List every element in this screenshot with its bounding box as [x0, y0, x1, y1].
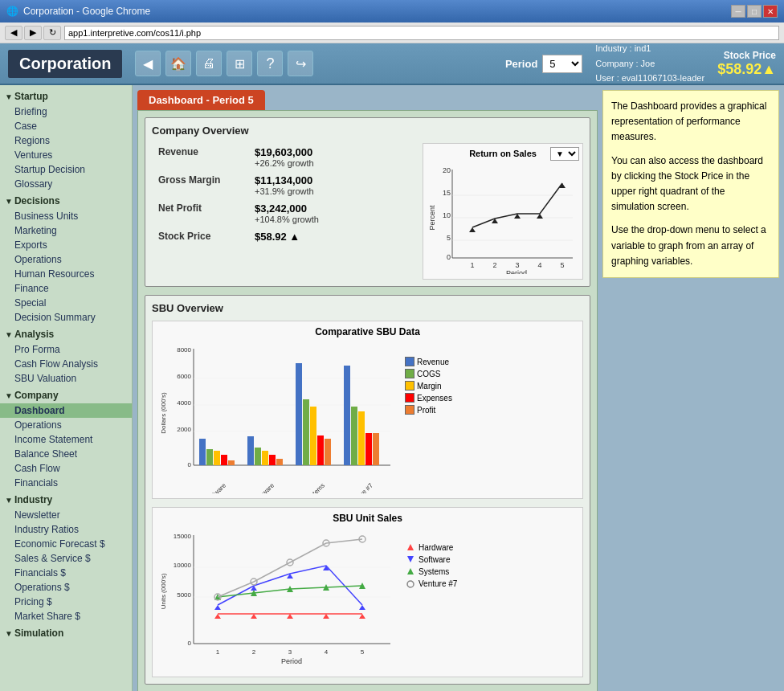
sidebar-section-startup[interactable]: ▼ Startup: [0, 88, 132, 104]
close-button[interactable]: ✕: [763, 5, 778, 18]
sidebar-section-simulation[interactable]: ▼ Simulation: [0, 625, 132, 641]
sidebar-item-market-share-dollar[interactable]: Market Share $: [0, 609, 132, 624]
sidebar-item-income-statement[interactable]: Income Statement: [0, 432, 132, 447]
sidebar-item-sales-service[interactable]: Sales & Service $: [0, 551, 132, 566]
dashboard-body: Company Overview Revenue $19,603,000 +26…: [137, 110, 598, 691]
legend-systems-line: Systems: [405, 567, 457, 576]
svg-text:3: 3: [515, 261, 519, 269]
metric-gross-margin-value: $11,134,000 +31.9% growth: [248, 171, 414, 199]
sidebar-item-regions[interactable]: Regions: [0, 133, 132, 148]
svg-text:8000: 8000: [177, 346, 191, 354]
sidebar-item-glossary[interactable]: Glossary: [0, 177, 132, 191]
sidebar-item-company-operations[interactable]: Operations: [0, 418, 132, 432]
metric-stock-price-label: Stock Price: [152, 227, 248, 246]
metric-row-net-profit: Net Profit $3,242,000 +104.8% growth: [152, 199, 414, 227]
gross-margin-growth: +31.9% growth: [255, 186, 408, 196]
svg-text:10: 10: [443, 211, 451, 219]
stock-price-area: Stock Price $58.92▲: [717, 50, 776, 78]
sidebar-item-ventures[interactable]: Ventures: [0, 148, 132, 162]
sidebar-item-industry-ratios[interactable]: Industry Ratios: [0, 522, 132, 537]
sidebar-item-pro-forma[interactable]: Pro Forma: [0, 342, 132, 357]
minimize-button[interactable]: ─: [731, 5, 745, 18]
svg-text:0: 0: [188, 461, 192, 468]
user-info: User : eval11067103-leader: [595, 71, 704, 86]
svg-text:5000: 5000: [177, 591, 191, 599]
sidebar-item-marketing[interactable]: Marketing: [0, 223, 132, 238]
address-input[interactable]: [64, 26, 779, 40]
startup-label: Startup: [14, 91, 48, 102]
exit-icon[interactable]: ↪: [288, 51, 313, 76]
metric-row-stock-price: Stock Price $58.92 ▲: [152, 227, 414, 246]
svg-marker-87: [407, 544, 414, 550]
sidebar-item-briefing[interactable]: Briefing: [0, 104, 132, 119]
sidebar-item-decision-summary[interactable]: Decision Summary: [0, 310, 132, 325]
sidebar-item-economic-forecast[interactable]: Economic Forecast $: [0, 537, 132, 551]
sidebar-item-operations-dollar[interactable]: Operations $: [0, 580, 132, 595]
sbu-overview-section: SBU Overview Comparative SBU Data 8000 6…: [145, 295, 590, 685]
refresh-button[interactable]: ↻: [43, 26, 61, 40]
sidebar-section-analysis[interactable]: ▼ Analysis: [0, 326, 132, 342]
app-topbar: Corporation ◀ 🏠 🖨 ⊞ ? ↪ Period 5 Industr…: [0, 43, 784, 85]
stock-price-amount: $58.92 ▲: [255, 231, 408, 243]
sidebar-item-dashboard[interactable]: Dashboard: [0, 403, 132, 418]
svg-rect-36: [221, 455, 227, 465]
window-icon: 🌐: [6, 6, 18, 17]
svg-rect-42: [276, 459, 283, 465]
bar-chart-svg: 8000 6000 4000 2000 0 Dollars (000's): [157, 341, 398, 493]
maximize-button[interactable]: □: [747, 5, 762, 18]
metrics-area: Revenue $19,603,000 +26.2% growth Gross …: [152, 143, 414, 280]
sidebar-section-industry[interactable]: ▼ Industry: [0, 492, 132, 508]
legend-hardware-line: Hardware: [405, 543, 457, 552]
sidebar-item-financials-dollar[interactable]: Financials $: [0, 566, 132, 580]
content-area: Dashboard - Period 5 Company Overview Re…: [133, 85, 602, 691]
sidebar-item-startup-decision[interactable]: Startup Decision: [0, 162, 132, 177]
sidebar-item-human-resources[interactable]: Human Resources: [0, 267, 132, 281]
window-controls: ─ □ ✕: [731, 5, 778, 18]
sidebar-item-exports[interactable]: Exports: [0, 238, 132, 252]
help-icon[interactable]: ?: [257, 51, 283, 76]
sidebar-item-business-units[interactable]: Business Units: [0, 209, 132, 223]
company-arrow: ▼: [5, 391, 13, 400]
legend-expenses: Expenses: [405, 393, 452, 403]
sidebar-item-special[interactable]: Special: [0, 296, 132, 310]
sidebar-section-company[interactable]: ▼ Company: [0, 387, 132, 403]
svg-rect-45: [310, 407, 316, 465]
back-button[interactable]: ◀: [5, 26, 22, 40]
revenue-amount: $19,603,000: [255, 146, 408, 158]
sidebar-item-sbu-valuation[interactable]: SBU Valuation: [0, 371, 132, 386]
svg-rect-46: [317, 435, 324, 465]
industry-label: Industry: [14, 494, 52, 505]
stock-value[interactable]: $58.92▲: [717, 61, 776, 78]
period-select[interactable]: 5: [542, 55, 582, 73]
chart-variable-dropdown[interactable]: ▼: [550, 147, 579, 161]
sidebar-item-finance[interactable]: Finance: [0, 281, 132, 296]
sidebar-section-decisions[interactable]: ▼ Decisions: [0, 193, 132, 209]
bar-chart-legend: Revenue COGS Margin: [405, 341, 452, 493]
svg-marker-88: [407, 556, 414, 562]
forward-button[interactable]: ▶: [24, 26, 42, 40]
svg-point-90: [407, 581, 414, 587]
svg-rect-34: [206, 449, 213, 465]
net-profit-growth: +104.8% growth: [255, 215, 408, 224]
grid-icon[interactable]: ⊞: [227, 51, 252, 76]
info-text-2: You can also access the dashboard by cli…: [611, 153, 770, 215]
home-icon[interactable]: 🏠: [165, 51, 191, 76]
sidebar-item-balance-sheet[interactable]: Balance Sheet: [0, 447, 132, 461]
body-area: ▼ Startup Briefing Case Regions Ventures…: [0, 85, 784, 691]
print-icon[interactable]: 🖨: [196, 51, 222, 76]
legend-profit: Profit: [405, 405, 452, 415]
sidebar-item-newsletter[interactable]: Newsletter: [0, 508, 132, 522]
back-nav-icon[interactable]: ◀: [135, 51, 161, 76]
sidebar-item-operations[interactable]: Operations: [0, 252, 132, 267]
svg-text:4: 4: [325, 648, 329, 656]
bar-chart-container: Comparative SBU Data 8000 6000 4000 2000…: [152, 321, 583, 499]
sidebar-item-pricing-dollar[interactable]: Pricing $: [0, 595, 132, 609]
svg-text:15000: 15000: [174, 533, 192, 540]
sidebar-item-case[interactable]: Case: [0, 119, 132, 133]
dashboard-tab[interactable]: Dashboard - Period 5: [137, 90, 265, 110]
net-profit-amount: $3,242,000: [255, 202, 408, 215]
sidebar-item-cash-flow[interactable]: Cash Flow: [0, 461, 132, 476]
sidebar-item-cash-flow-analysis[interactable]: Cash Flow Analysis: [0, 357, 132, 371]
metric-net-profit-value: $3,242,000 +104.8% growth: [248, 199, 414, 227]
sidebar-item-financials[interactable]: Financials: [0, 476, 132, 490]
